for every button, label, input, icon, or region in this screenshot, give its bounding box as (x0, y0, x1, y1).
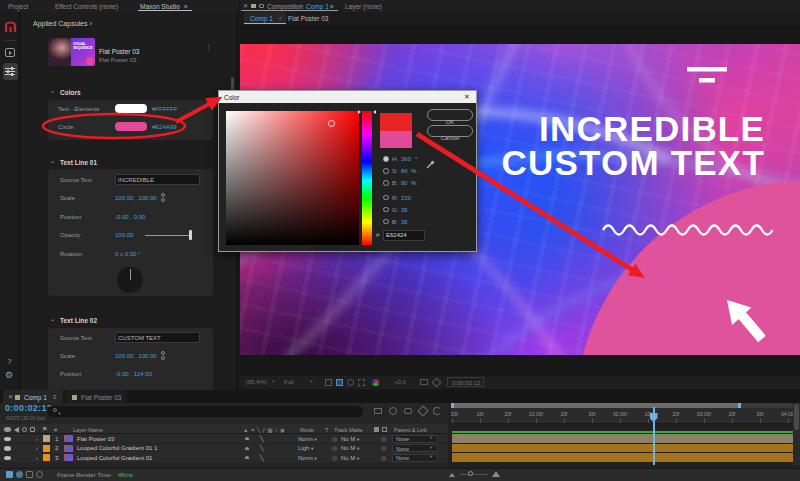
radio-b[interactable] (383, 180, 389, 186)
layer-name[interactable]: Flat Poster 03 (77, 436, 114, 443)
settings-gear-icon[interactable]: ⚙ (5, 371, 13, 381)
layer-pickwhip-icon[interactable]: ◎ (381, 436, 386, 443)
zoom-out-mountain-icon[interactable] (449, 473, 455, 477)
layer-name[interactable]: Looped Colorful Gradient 01 (77, 455, 152, 462)
text-line-02-title[interactable]: Text Line 02 (60, 317, 97, 324)
layer-duration-bar[interactable] (452, 434, 800, 443)
scale-link-icon[interactable] (161, 193, 165, 197)
layer-mode-select[interactable]: Ligh ▾ (298, 445, 313, 452)
saturation-value-field[interactable] (226, 111, 359, 245)
opacity-slider-track[interactable] (145, 235, 192, 237)
cancel-button[interactable]: Cancel (427, 125, 473, 137)
layer-duration-bar[interactable] (452, 444, 800, 453)
mister-horse-logo-icon[interactable] (4, 21, 17, 33)
scale-link-icon-2[interactable] (161, 351, 165, 355)
applied-capsules-header[interactable]: Applied Capsules › (33, 20, 92, 28)
zoom-slider-track[interactable] (460, 474, 488, 475)
time-ruler[interactable]: 0:00f10f20f01:00f10f20f02:00f10f20f03:00… (451, 408, 800, 425)
layer-quality-icon[interactable]: ╲ (260, 445, 264, 452)
tab-project[interactable]: Project (8, 3, 28, 10)
field-value-r[interactable]: 230 (401, 195, 411, 202)
field-value-h[interactable]: 360 (401, 156, 411, 163)
timeline-tab2-label[interactable]: Flat Poster 03 (81, 394, 121, 401)
render-icon-1[interactable] (6, 471, 13, 478)
parent-link-header[interactable]: Parent & Link (394, 427, 427, 433)
radio-g[interactable] (383, 207, 389, 213)
field-value-b[interactable]: 90 (401, 180, 408, 187)
layer-matte-select[interactable]: No M ▾ (341, 445, 359, 452)
radio-b2[interactable] (383, 219, 389, 225)
layer-mode-select[interactable]: Norm ▾ (298, 455, 317, 462)
capsule-menu-icon[interactable]: ⋮ (205, 43, 212, 51)
layer-matte-select[interactable]: No M ▾ (341, 436, 359, 443)
position-value-2[interactable]: -0.00 , 124.00 (115, 371, 152, 378)
layer-pickwhip-icon[interactable]: ◎ (381, 455, 386, 462)
layer-matte-icon[interactable]: ◎ (332, 445, 337, 452)
help-icon[interactable]: ? (7, 358, 11, 367)
shy-icon[interactable] (404, 408, 412, 414)
zoom-slider-knob[interactable] (468, 471, 473, 476)
tab-layer[interactable]: Layer (none) (345, 3, 382, 10)
source-text-value-2[interactable]: CUSTOM TEXT (118, 335, 161, 342)
lock-icon[interactable] (259, 4, 264, 9)
layer-matte-icon[interactable]: ◎ (332, 436, 337, 443)
viewer-icon-grid[interactable] (336, 379, 343, 386)
colors-section-title[interactable]: Colors (60, 89, 81, 96)
viewer-camera-icon[interactable] (420, 379, 428, 385)
hex-value[interactable]: E62424 (386, 232, 407, 239)
field-value-g[interactable]: 36 (401, 207, 408, 214)
layer-matte-select[interactable]: No M ▾ (341, 455, 359, 462)
layer-shy-icon[interactable] (245, 437, 249, 440)
radio-r[interactable] (383, 195, 389, 201)
scale-value[interactable]: 100.00 , 100.00 (115, 195, 157, 202)
field-value-s[interactable]: 84 (401, 168, 408, 175)
ok-button[interactable]: OK (427, 109, 473, 121)
text-line-01-chevron[interactable]: ⌄ (50, 158, 55, 165)
layer-shy-icon[interactable] (245, 447, 249, 450)
layer-shy-icon[interactable] (245, 456, 249, 459)
timeline-timecode[interactable]: 0:00:02:12 (5, 404, 52, 414)
timeline-tab-close-icon[interactable]: ✕ (8, 394, 13, 401)
layer-quality-icon[interactable]: ╲ (260, 436, 264, 443)
close-tab-icon[interactable]: ✕ (243, 3, 248, 10)
render-icon-2[interactable] (16, 471, 23, 478)
mode-header[interactable]: Mode (300, 427, 314, 433)
viewer-resolution-select[interactable]: Full (284, 379, 294, 386)
viewer-icon-channels[interactable] (372, 379, 379, 386)
layer-label-color[interactable] (43, 435, 50, 442)
layer-label-color[interactable] (43, 445, 50, 452)
capsule-thumbnail[interactable]: VISUAL SEQUENCE (48, 38, 95, 66)
colors-section-chevron[interactable]: ⌄ (50, 88, 55, 95)
radio-s[interactable] (383, 168, 389, 174)
layer-pickwhip-icon[interactable]: ◎ (381, 445, 386, 452)
track-matte-header[interactable]: Track Matte (334, 427, 363, 433)
layer-duration-bar[interactable] (452, 453, 800, 462)
capsule-title[interactable]: Flat Poster 03 (99, 48, 139, 55)
layer-eye-icon[interactable] (4, 446, 11, 451)
timeline-vscrollbar-thumb[interactable] (794, 404, 799, 430)
source-text-value[interactable]: INCREDIBLE (118, 177, 154, 184)
hue-strip[interactable] (362, 111, 372, 245)
rotation-value[interactable]: 0 x 0.00 ° (115, 251, 140, 258)
eyedropper-icon[interactable] (425, 158, 437, 170)
color-swatch-circle[interactable] (115, 122, 147, 131)
mini-flowchart-icon[interactable] (374, 408, 382, 414)
color-swatch-text-elements[interactable] (115, 104, 147, 113)
field-value-b2[interactable]: 36 (401, 219, 408, 226)
render-icon-4[interactable] (36, 471, 43, 478)
breadcrumb-comp[interactable]: Comp 1 (250, 15, 273, 22)
render-icon-3[interactable] (26, 471, 33, 478)
text-line-02-chevron[interactable]: ⌄ (50, 316, 55, 323)
viewer-zoom-select[interactable]: (85.4%) (246, 379, 267, 386)
scale-value-2[interactable]: 100.00 , 100.00 (115, 353, 157, 360)
timeline-search-box[interactable] (47, 406, 363, 418)
layer-eye-icon[interactable] (4, 456, 11, 461)
layer-mode-select[interactable]: Norm ▾ (298, 436, 317, 443)
poster-pink-circle[interactable] (575, 180, 800, 355)
position-value[interactable]: -0.00 , 0.00 (115, 214, 145, 221)
color-dialog-titlebar[interactable] (218, 90, 477, 103)
viewer-icon-1[interactable] (325, 379, 332, 386)
layer-eye-icon[interactable] (4, 437, 11, 442)
layer-name[interactable]: Looped Colorful Gradient 01 1 (77, 445, 157, 452)
layer-expander[interactable]: › (36, 455, 38, 462)
